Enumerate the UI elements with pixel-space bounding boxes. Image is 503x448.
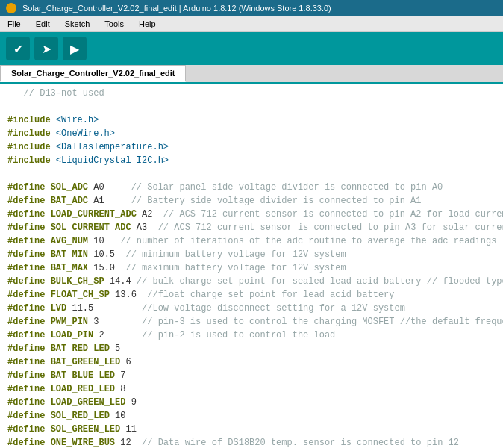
code-line: #define LOAD_CURRENT_ADC A2 // ACS 712 c… xyxy=(7,208,496,221)
tab-main[interactable]: Solar_Charge_Controller_V2.02_final_edit xyxy=(0,65,186,82)
code-line: #define BULK_CH_SP 14.4 // bulk charge s… xyxy=(7,275,496,288)
code-line: #define SOL_ADC A0 // Solar panel side v… xyxy=(7,181,496,194)
menu-help[interactable]: Help xyxy=(136,18,159,30)
menu-bar: File Edit Sketch Tools Help xyxy=(0,16,503,32)
code-line: #define AVG_NUM 10 // number of iteratio… xyxy=(7,234,496,248)
code-line: #define FLOAT_CH_SP 13.6 //float charge … xyxy=(7,288,496,302)
code-line: #define BAT_MIN 10.5 // minimum battery … xyxy=(7,248,496,261)
menu-edit[interactable]: Edit xyxy=(33,18,53,30)
verify-button[interactable]: ✔ xyxy=(6,37,30,60)
toolbar: ✔ ➤ ▶ xyxy=(0,32,503,65)
code-line: #define LOAD_PIN 2 // pin-2 is used to c… xyxy=(7,329,496,342)
code-line: #define BAT_BLUE_LED 7 xyxy=(7,369,496,382)
menu-tools[interactable]: Tools xyxy=(101,18,127,30)
code-line: #define BAT_ADC A1 // Battery side volta… xyxy=(7,194,496,208)
tab-bar: Solar_Charge_Controller_V2.02_final_edit xyxy=(0,65,503,84)
code-line: #include <LiquidCrystal_I2C.h> xyxy=(7,154,496,167)
code-line: #define BAT_GREEN_LED 6 xyxy=(7,355,496,369)
title-bar: Solar_Charge_Controller_V2.02_final_edit… xyxy=(0,0,503,16)
menu-sketch[interactable]: Sketch xyxy=(62,18,93,30)
code-line: #define PWM_PIN 3 // pin-3 is used to co… xyxy=(7,315,496,329)
code-line: #include <Wire.h> xyxy=(7,113,496,127)
code-line: #define SOL_CURRENT_ADC A3 // ACS 712 cu… xyxy=(7,221,496,234)
code-line: #define SOL_RED_LED 10 xyxy=(7,409,496,423)
code-line: #define LOAD_GREEN_LED 9 xyxy=(7,396,496,409)
code-line xyxy=(7,100,496,113)
code-line: #define ONE_WIRE_BUS 12 // Data wire of … xyxy=(7,436,496,448)
app-icon xyxy=(6,3,16,13)
menu-file[interactable]: File xyxy=(4,18,24,30)
code-line: #define BAT_RED_LED 5 xyxy=(7,342,496,355)
code-line: #define LOAD_RED_LED 8 xyxy=(7,382,496,396)
code-line: // D13-not used xyxy=(7,87,496,100)
code-line xyxy=(7,167,496,181)
code-line: #define LVD 11.5 //Low voltage disconnec… xyxy=(7,302,496,315)
upload-button[interactable]: ➤ xyxy=(34,37,58,60)
code-editor[interactable]: // D13-not used #include <Wire.h> #inclu… xyxy=(0,84,503,448)
code-line: #define SOL_GREEN_LED 11 xyxy=(7,423,496,436)
code-line: #include <DallasTemperature.h> xyxy=(7,140,496,154)
code-line: #include <OneWire.h> xyxy=(7,127,496,140)
debug-button[interactable]: ▶ xyxy=(63,37,87,60)
window-title: Solar_Charge_Controller_V2.02_final_edit… xyxy=(22,4,331,13)
code-line: #define BAT_MAX 15.0 // maximum battery … xyxy=(7,261,496,275)
